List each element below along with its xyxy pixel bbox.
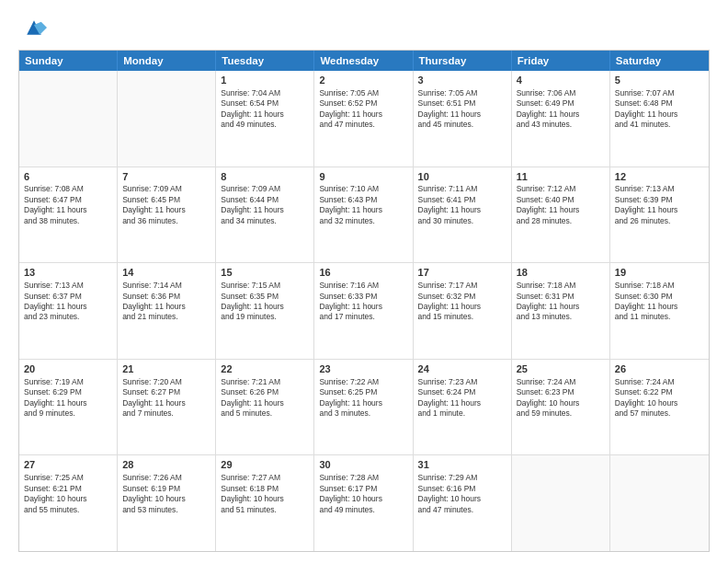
header xyxy=(18,15,710,40)
calendar-cell: 21Sunrise: 7:20 AMSunset: 6:27 PMDayligh… xyxy=(118,360,216,455)
calendar-cell: 10Sunrise: 7:11 AMSunset: 6:41 PMDayligh… xyxy=(414,167,512,263)
daylight-text: Daylight: 11 hours xyxy=(418,109,506,120)
daylight-text-2: and 57 minutes. xyxy=(615,408,704,419)
daylight-text: Daylight: 11 hours xyxy=(122,205,210,215)
day-number: 18 xyxy=(517,266,605,280)
sunset-text: Sunset: 6:16 PM xyxy=(418,484,506,494)
sunset-text: Sunset: 6:54 PM xyxy=(221,98,309,109)
daylight-text-2: and 32 minutes. xyxy=(319,216,407,226)
calendar-cell xyxy=(610,455,709,551)
daylight-text-2: and 59 minutes. xyxy=(517,408,605,419)
daylight-text: Daylight: 11 hours xyxy=(122,398,210,408)
day-number: 28 xyxy=(122,458,210,472)
calendar-row-1: 6Sunrise: 7:08 AMSunset: 6:47 PMDaylight… xyxy=(19,167,709,263)
day-number: 24 xyxy=(418,362,506,376)
daylight-text: Daylight: 11 hours xyxy=(221,205,309,215)
daylight-text-2: and 28 minutes. xyxy=(517,216,605,226)
logo xyxy=(18,15,47,40)
sunset-text: Sunset: 6:18 PM xyxy=(221,484,309,494)
daylight-text-2: and 47 minutes. xyxy=(319,120,407,130)
sunrise-text: Sunrise: 7:13 AM xyxy=(615,184,704,194)
day-number: 19 xyxy=(615,266,704,280)
daylight-text-2: and 49 minutes. xyxy=(221,120,309,130)
sunrise-text: Sunrise: 7:06 AM xyxy=(517,88,605,98)
daylight-text-2: and 41 minutes. xyxy=(615,120,704,130)
weekday-header-sunday: Sunday xyxy=(19,51,118,71)
calendar-cell: 19Sunrise: 7:18 AMSunset: 6:30 PMDayligh… xyxy=(610,263,709,359)
day-number: 8 xyxy=(221,170,309,184)
sunset-text: Sunset: 6:17 PM xyxy=(319,484,407,494)
daylight-text: Daylight: 11 hours xyxy=(221,109,309,120)
day-number: 29 xyxy=(221,458,309,472)
calendar-cell: 3Sunrise: 7:05 AMSunset: 6:51 PMDaylight… xyxy=(414,71,512,167)
daylight-text-2: and 11 minutes. xyxy=(615,312,704,322)
daylight-text: Daylight: 11 hours xyxy=(517,109,605,120)
sunset-text: Sunset: 6:32 PM xyxy=(418,292,506,302)
daylight-text-2: and 9 minutes. xyxy=(24,408,112,419)
sunset-text: Sunset: 6:39 PM xyxy=(615,195,704,205)
day-number: 9 xyxy=(319,170,407,184)
calendar-cell: 18Sunrise: 7:18 AMSunset: 6:31 PMDayligh… xyxy=(512,263,610,359)
calendar-cell: 22Sunrise: 7:21 AMSunset: 6:26 PMDayligh… xyxy=(216,360,314,455)
daylight-text-2: and 5 minutes. xyxy=(221,408,309,419)
daylight-text: Daylight: 11 hours xyxy=(221,398,309,408)
sunrise-text: Sunrise: 7:07 AM xyxy=(615,88,704,98)
sunrise-text: Sunrise: 7:21 AM xyxy=(221,377,309,387)
calendar-cell: 9Sunrise: 7:10 AMSunset: 6:43 PMDaylight… xyxy=(314,167,413,263)
day-number: 31 xyxy=(418,458,506,472)
calendar-cell: 24Sunrise: 7:23 AMSunset: 6:24 PMDayligh… xyxy=(414,360,512,455)
day-number: 30 xyxy=(319,458,407,472)
daylight-text-2: and 38 minutes. xyxy=(24,216,112,226)
day-number: 22 xyxy=(221,362,309,376)
weekday-header-saturday: Saturday xyxy=(610,51,709,71)
daylight-text-2: and 26 minutes. xyxy=(615,216,704,226)
sunset-text: Sunset: 6:31 PM xyxy=(517,292,605,302)
sunset-text: Sunset: 6:25 PM xyxy=(319,387,407,397)
sunrise-text: Sunrise: 7:09 AM xyxy=(122,184,210,194)
daylight-text-2: and 47 minutes. xyxy=(418,505,506,515)
daylight-text: Daylight: 10 hours xyxy=(24,494,112,504)
daylight-text-2: and 49 minutes. xyxy=(319,505,407,515)
calendar-body: 1Sunrise: 7:04 AMSunset: 6:54 PMDaylight… xyxy=(19,71,709,551)
sunrise-text: Sunrise: 7:04 AM xyxy=(221,88,309,98)
daylight-text: Daylight: 11 hours xyxy=(122,302,210,312)
sunrise-text: Sunrise: 7:08 AM xyxy=(24,184,112,194)
sunset-text: Sunset: 6:47 PM xyxy=(24,195,112,205)
day-number: 15 xyxy=(221,266,309,280)
logo-icon xyxy=(21,15,47,40)
daylight-text-2: and 13 minutes. xyxy=(517,312,605,322)
calendar-cell: 30Sunrise: 7:28 AMSunset: 6:17 PMDayligh… xyxy=(314,455,413,551)
sunrise-text: Sunrise: 7:27 AM xyxy=(221,473,309,483)
sunrise-text: Sunrise: 7:22 AM xyxy=(319,377,407,387)
daylight-text-2: and 17 minutes. xyxy=(319,312,407,322)
sunset-text: Sunset: 6:29 PM xyxy=(24,387,112,397)
calendar-cell: 29Sunrise: 7:27 AMSunset: 6:18 PMDayligh… xyxy=(216,455,314,551)
day-number: 21 xyxy=(122,362,210,376)
calendar-cell: 27Sunrise: 7:25 AMSunset: 6:21 PMDayligh… xyxy=(19,455,118,551)
daylight-text: Daylight: 11 hours xyxy=(517,205,605,215)
calendar-cell: 16Sunrise: 7:16 AMSunset: 6:33 PMDayligh… xyxy=(314,263,413,359)
sunset-text: Sunset: 6:23 PM xyxy=(517,387,605,397)
calendar-cell: 31Sunrise: 7:29 AMSunset: 6:16 PMDayligh… xyxy=(414,455,512,551)
sunset-text: Sunset: 6:22 PM xyxy=(615,387,704,397)
daylight-text: Daylight: 10 hours xyxy=(517,398,605,408)
calendar-cell xyxy=(512,455,610,551)
sunset-text: Sunset: 6:41 PM xyxy=(418,195,506,205)
sunset-text: Sunset: 6:44 PM xyxy=(221,195,309,205)
daylight-text: Daylight: 11 hours xyxy=(615,302,704,312)
calendar-cell: 5Sunrise: 7:07 AMSunset: 6:48 PMDaylight… xyxy=(610,71,709,167)
daylight-text: Daylight: 10 hours xyxy=(221,494,309,504)
sunrise-text: Sunrise: 7:18 AM xyxy=(517,281,605,291)
day-number: 20 xyxy=(24,362,112,376)
day-number: 1 xyxy=(221,74,309,87)
day-number: 11 xyxy=(517,170,605,184)
sunrise-text: Sunrise: 7:29 AM xyxy=(418,473,506,483)
daylight-text: Daylight: 11 hours xyxy=(615,205,704,215)
calendar-cell: 17Sunrise: 7:17 AMSunset: 6:32 PMDayligh… xyxy=(414,263,512,359)
daylight-text-2: and 1 minute. xyxy=(418,408,506,419)
calendar-cell: 8Sunrise: 7:09 AMSunset: 6:44 PMDaylight… xyxy=(216,167,314,263)
daylight-text: Daylight: 10 hours xyxy=(615,398,704,408)
day-number: 16 xyxy=(319,266,407,280)
day-number: 17 xyxy=(418,266,506,280)
day-number: 7 xyxy=(122,170,210,184)
